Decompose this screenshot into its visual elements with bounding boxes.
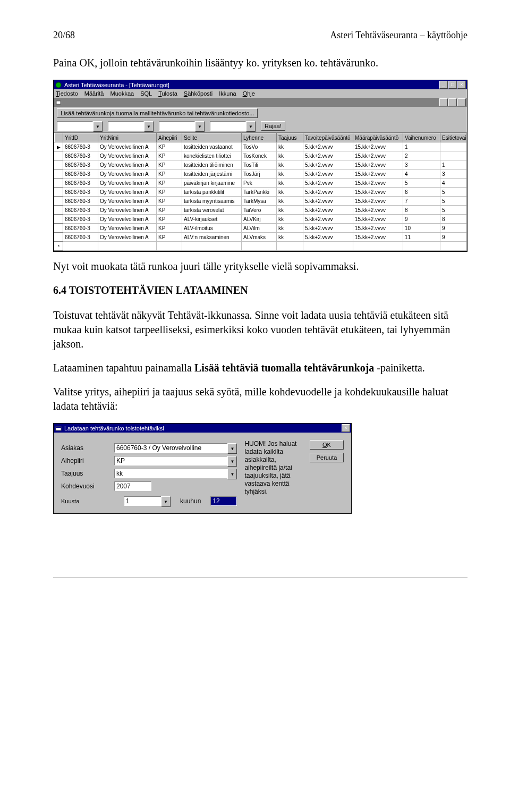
table-cell[interactable] xyxy=(440,142,467,151)
column-header[interactable]: Aihepiiri xyxy=(157,133,182,142)
chevron-down-icon[interactable]: ▼ xyxy=(144,121,154,132)
table-cell[interactable]: 15.kk+2.vvvv xyxy=(353,160,403,170)
table-cell[interactable]: 15.kk+2.vvvv xyxy=(353,151,403,160)
chevron-down-icon[interactable]: ▼ xyxy=(161,496,171,507)
column-header[interactable]: Esitietovaih xyxy=(440,133,467,142)
child-restore-button[interactable]: ❐ xyxy=(448,98,457,106)
table-row[interactable]: 6606760-3Oy Verovelvollinen AKPkonekieli… xyxy=(55,151,467,160)
chevron-down-icon[interactable]: ▼ xyxy=(93,121,103,132)
table-row-new[interactable]: * xyxy=(55,242,467,251)
table-cell[interactable]: 8 xyxy=(403,206,440,215)
table-cell[interactable]: kk xyxy=(277,206,303,215)
table-row[interactable]: 6606760-3Oy Verovelvollinen AKPALV-ilmoi… xyxy=(55,224,467,233)
table-cell[interactable]: Oy Verovelvollinen A xyxy=(98,206,157,215)
table-cell[interactable]: tarkista myyntisaamis xyxy=(182,197,242,206)
titlebar-outer[interactable]: Asteri Tehtäväseuranta - [Tehtävärungot]… xyxy=(54,80,467,89)
table-row[interactable]: 6606760-3Oy Verovelvollinen AKPtarkista … xyxy=(55,206,467,215)
table-cell[interactable]: TosTili xyxy=(242,160,277,170)
table-cell[interactable]: KP xyxy=(157,142,182,151)
data-grid[interactable]: YritIDYritNimiAihepiiriSeliteLyhenneTaaj… xyxy=(54,132,467,251)
table-cell[interactable]: 5.kk+2.vvvv xyxy=(303,188,353,197)
table-cell[interactable]: 5 xyxy=(403,179,440,188)
table-cell[interactable]: 15.kk+2.vvvv xyxy=(353,233,403,242)
table-cell[interactable]: TosKonek xyxy=(242,151,277,160)
table-cell[interactable]: Oy Verovelvollinen A xyxy=(98,179,157,188)
table-cell[interactable]: 15.kk+2.vvvv xyxy=(353,179,403,188)
table-cell[interactable]: 6606760-3 xyxy=(63,197,98,206)
table-row[interactable]: ▶6606760-3Oy Verovelvollinen AKPtosittei… xyxy=(55,142,467,151)
chevron-down-icon[interactable]: ▼ xyxy=(227,456,237,467)
table-cell[interactable]: 3 xyxy=(403,160,440,170)
table-cell[interactable]: Oy Verovelvollinen A xyxy=(98,160,157,170)
table-cell[interactable]: tositteiden tiliöiminen xyxy=(182,160,242,170)
menu-maarita[interactable]: Määritä xyxy=(84,90,104,97)
table-cell[interactable]: 5.kk+2.vvvv xyxy=(303,233,353,242)
table-cell[interactable]: 15.kk+2.vvvv xyxy=(353,215,403,224)
table-cell[interactable]: TosJärj xyxy=(242,170,277,179)
table-cell[interactable]: 1 xyxy=(403,142,440,151)
table-cell[interactable]: 6606760-3 xyxy=(63,206,98,215)
table-cell[interactable]: kk xyxy=(277,233,303,242)
table-cell[interactable]: kk xyxy=(277,197,303,206)
table-row[interactable]: 6606760-3Oy Verovelvollinen AKPpäiväkirj… xyxy=(55,179,467,188)
table-cell[interactable]: tarkista pankkitilit xyxy=(182,188,242,197)
table-cell[interactable]: kk xyxy=(277,224,303,233)
table-cell[interactable]: 15.kk+2.vvvv xyxy=(353,197,403,206)
table-cell[interactable]: kk xyxy=(277,215,303,224)
table-cell[interactable]: 6606760-3 xyxy=(63,151,98,160)
aihepiiri-input[interactable] xyxy=(114,456,227,466)
table-cell[interactable]: 10 xyxy=(403,224,440,233)
table-cell[interactable]: TaiVero xyxy=(242,206,277,215)
table-row[interactable]: 6606760-3Oy Verovelvollinen AKPtarkista … xyxy=(55,197,467,206)
table-cell[interactable]: kk xyxy=(277,142,303,151)
table-cell[interactable]: 5.kk+2.vvvv xyxy=(303,215,353,224)
table-cell[interactable] xyxy=(440,151,467,160)
menu-tulosta[interactable]: Tulosta xyxy=(158,90,177,97)
table-cell[interactable]: TarkPankki xyxy=(242,188,277,197)
column-header[interactable]: Tavoitepäiväsääntö xyxy=(303,133,353,142)
table-cell[interactable]: 6606760-3 xyxy=(63,215,98,224)
table-cell[interactable]: KP xyxy=(157,179,182,188)
max-button[interactable]: □ xyxy=(448,81,457,89)
table-cell[interactable]: 6606760-3 xyxy=(63,233,98,242)
table-cell[interactable]: 7 xyxy=(403,197,440,206)
table-cell[interactable]: 11 xyxy=(403,233,440,242)
table-row[interactable]: 6606760-3Oy Verovelvollinen AKPALV:n mak… xyxy=(55,233,467,242)
dialog-close-button[interactable]: × xyxy=(342,424,350,432)
table-cell[interactable]: 6606760-3 xyxy=(63,179,98,188)
table-cell[interactable]: 9 xyxy=(440,224,467,233)
table-cell[interactable]: 2 xyxy=(403,151,440,160)
add-templates-button[interactable]: Lisää tehtävärunkoja tuomalla mallitehtä… xyxy=(57,108,258,118)
column-header[interactable]: YritNimi xyxy=(98,133,157,142)
table-cell[interactable]: Oy Verovelvollinen A xyxy=(98,170,157,179)
table-cell[interactable]: 5.kk+2.vvvv xyxy=(303,224,353,233)
table-cell[interactable]: Oy Verovelvollinen A xyxy=(98,142,157,151)
table-cell[interactable]: KP xyxy=(157,206,182,215)
filter-combo-4[interactable]: ▼ xyxy=(210,121,256,131)
table-cell[interactable]: ALV-kirjaukset xyxy=(182,215,242,224)
filter-combo-2[interactable]: ▼ xyxy=(108,121,154,131)
dialog-titlebar[interactable]: Ladataan tehtävärunko toistotehtäviksi × xyxy=(54,424,351,433)
table-cell[interactable]: 6606760-3 xyxy=(63,224,98,233)
kuuhun-input[interactable] xyxy=(210,496,237,506)
table-cell[interactable]: TosVo xyxy=(242,142,277,151)
table-cell[interactable]: 5 xyxy=(440,206,467,215)
table-cell[interactable]: Oy Verovelvollinen A xyxy=(98,197,157,206)
filter-combo-1[interactable]: ▼ xyxy=(57,121,103,131)
table-cell[interactable]: KP xyxy=(157,197,182,206)
menu-tiedosto[interactable]: Tiedosto xyxy=(56,90,78,97)
table-cell[interactable]: 5.kk+2.vvvv xyxy=(303,151,353,160)
taajuus-input[interactable] xyxy=(114,469,227,478)
table-row[interactable]: 6606760-3Oy Verovelvollinen AKPALV-kirja… xyxy=(55,215,467,224)
kuusta-input[interactable] xyxy=(124,496,161,506)
table-cell[interactable]: 6 xyxy=(403,188,440,197)
table-cell[interactable]: KP xyxy=(157,188,182,197)
table-cell[interactable]: konekielisten tiliottei xyxy=(182,151,242,160)
table-cell[interactable]: kk xyxy=(277,151,303,160)
column-header[interactable]: Selite xyxy=(182,133,242,142)
table-cell[interactable]: tarkista verovelat xyxy=(182,206,242,215)
table-cell[interactable]: tositteiden järjestämi xyxy=(182,170,242,179)
table-cell[interactable]: KP xyxy=(157,170,182,179)
table-cell[interactable]: KP xyxy=(157,233,182,242)
table-cell[interactable]: 8 xyxy=(440,215,467,224)
